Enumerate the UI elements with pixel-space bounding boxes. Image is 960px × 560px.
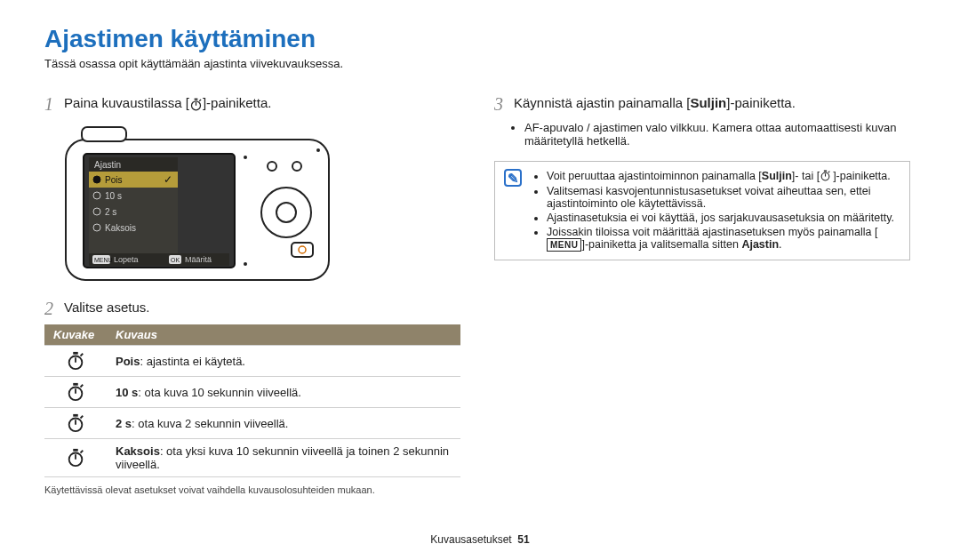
th-icon: Kuvake — [44, 324, 107, 346]
ok-label: OK — [171, 257, 180, 263]
row-rest: : ajastinta ei käytetä. — [140, 355, 245, 368]
step-1-text-a: Paina kuvaustilassa [ — [64, 95, 189, 110]
svg-point-8 — [93, 176, 100, 183]
row-rest: : ota kuva 10 sekunnin viiveellä. — [138, 386, 301, 399]
step-3-a: Käynnistä ajastin painamalla [ — [514, 95, 690, 110]
table-row: Kaksois: ota yksi kuva 10 sekunnin viive… — [44, 439, 460, 477]
menu-item-1: 10 s — [105, 191, 122, 201]
note-item: Voit peruuttaa ajastintoiminnon painamal… — [547, 169, 900, 184]
step-3: 3 Käynnistä ajastin painamalla [Suljin]-… — [494, 93, 910, 113]
table-row: 2 s: ota kuva 2 sekunnin viiveellä. — [44, 408, 460, 439]
step-2-text: Valitse asetus. — [64, 298, 149, 315]
svg-point-23 — [316, 148, 320, 152]
menu-label: MENU — [94, 257, 113, 263]
camera-illustration: Ajastin Pois ✓ 10 s 2 s Kaksois MENU — [64, 124, 460, 284]
menu-item-3: Kaksois — [105, 223, 136, 233]
row-rest: : ota yksi kuva 10 sekunnin viiveellä ja… — [116, 444, 449, 471]
note-item: Valitsemasi kasvojentunnistusasetukset v… — [547, 184, 900, 211]
table-row: 10 s: ota kuva 10 sekunnin viiveellä. — [44, 377, 460, 408]
timer-off-icon — [66, 351, 85, 371]
svg-rect-17 — [292, 243, 313, 257]
menu-title: Ajastin — [94, 160, 121, 170]
footer-section: Kuvausasetukset — [430, 533, 511, 546]
footer-page: 51 — [517, 533, 529, 546]
svg-point-20 — [292, 162, 301, 171]
foot-left: Lopeta — [114, 255, 139, 264]
foot-right: Määritä — [185, 255, 212, 264]
timer-icon — [820, 170, 833, 183]
row-bold: 2 s — [116, 417, 132, 430]
svg-point-22 — [244, 262, 247, 266]
menu-item-0: Pois — [105, 175, 122, 185]
timer-double-icon — [66, 448, 85, 468]
menu-button-label: MENU — [547, 238, 581, 252]
left-column: 1 Paina kuvaustilassa []-painiketta. Aja… — [44, 86, 460, 495]
table-row: Pois: ajastinta ei käytetä. — [44, 346, 460, 377]
row-bold: Pois — [116, 355, 140, 368]
step-number: 2 — [44, 298, 64, 317]
step-number: 3 — [494, 93, 514, 113]
step-3-b: ]-painiketta. — [726, 95, 796, 110]
note-item: Ajastinasetuksia ei voi käyttää, jos sar… — [547, 211, 900, 225]
page-title: Ajastimen käyttäminen — [44, 25, 916, 53]
svg-point-21 — [244, 156, 247, 159]
note-icon: ✎ — [504, 169, 522, 187]
row-rest: : ota kuva 2 sekunnin viiveellä. — [132, 417, 288, 430]
th-desc: Kuvaus — [107, 324, 460, 346]
step-3-bullets: AF-apuvalo / ajastimen valo vilkkuu. Kam… — [514, 120, 910, 148]
table-footnote: Käytettävissä olevat asetukset voivat va… — [44, 484, 460, 495]
svg-point-16 — [276, 203, 296, 222]
step-1-text-b: ]-painiketta. — [203, 95, 272, 110]
step-3-bold: Suljin — [690, 95, 726, 110]
page-intro: Tässä osassa opit käyttämään ajastinta v… — [44, 57, 916, 70]
options-table: Kuvake Kuvaus Pois: ajastinta ei käytetä… — [44, 324, 460, 477]
check-icon: ✓ — [164, 173, 172, 186]
right-column: 3 Käynnistä ajastin painamalla [Suljin]-… — [494, 86, 910, 495]
timer-10s-icon — [66, 382, 85, 402]
bullet: AF-apuvalo / ajastimen valo vilkkuu. Kam… — [524, 120, 910, 148]
note-item: Joissakin tiloissa voit määrittää ajasti… — [547, 225, 900, 252]
svg-rect-3 — [82, 127, 126, 141]
svg-point-19 — [268, 162, 276, 171]
row-bold: 10 s — [116, 386, 138, 399]
menu-item-2: 2 s — [105, 207, 116, 217]
timer-2s-icon — [66, 413, 85, 433]
step-number: 1 — [44, 93, 64, 113]
note-box: ✎ Voit peruuttaa ajastintoiminnon painam… — [494, 161, 910, 260]
step-2: 2 Valitse asetus. — [44, 298, 460, 317]
page-footer: Kuvausasetukset 51 — [0, 533, 960, 546]
row-bold: Kaksois — [116, 444, 160, 458]
timer-icon — [189, 98, 203, 111]
step-1: 1 Paina kuvaustilassa []-painiketta. — [44, 93, 460, 113]
